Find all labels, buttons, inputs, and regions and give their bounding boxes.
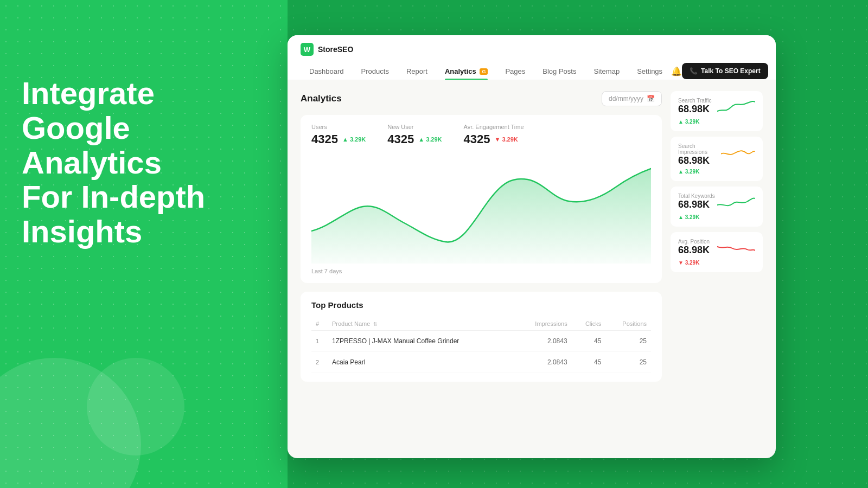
- right-sidebar: Search Traffic 68.98K ▲ 3.29K Search Imp…: [671, 91, 763, 449]
- main-content: Analytics dd/mm/yyyy 📅 Users 4325 ▲ 3.29…: [301, 91, 662, 449]
- col-clicks: Clicks: [572, 317, 606, 331]
- col-impressions: Impressions: [515, 317, 572, 331]
- stat-engagement-value-row: 4325 ▼ 3.29K: [464, 132, 524, 146]
- mini-stat-search-traffic-change: ▲ 3.29K: [678, 119, 755, 125]
- table-section: Top Products # Product Name ⇅ Impression…: [301, 292, 662, 382]
- mini-stat-search-impressions-label: Search Impressions: [678, 143, 721, 155]
- notification-bell[interactable]: 🔔: [671, 62, 682, 80]
- brand-row: W StoreSEO: [301, 43, 763, 56]
- nav-item-blog-posts[interactable]: Blog Posts: [534, 63, 585, 80]
- card-content: Analytics dd/mm/yyyy 📅 Users 4325 ▲ 3.29…: [288, 80, 776, 458]
- row-num: 2: [311, 352, 328, 373]
- nav-row: Dashboard Products Report Analytics G Pa…: [301, 62, 763, 80]
- hero-text: Integrate Google Analytics For In-depth …: [22, 76, 205, 249]
- nav-item-products[interactable]: Products: [353, 63, 398, 80]
- row-clicks: 45: [572, 331, 606, 352]
- row-impressions: 2.0843: [515, 352, 572, 373]
- mini-stat-avg-position-label: Avg. Position: [678, 239, 710, 245]
- stats-card: Users 4325 ▲ 3.29K New User 4325 ▲ 3.29K: [301, 115, 662, 283]
- mini-stat-total-keywords: Total Keywords 68.98K ▲ 3.29K: [671, 187, 763, 227]
- row-impressions: 2.0843: [515, 331, 572, 352]
- analytics-badge: G: [480, 68, 488, 75]
- mini-stat-search-impressions-header: Search Impressions 68.98K: [678, 143, 755, 166]
- mini-stat-search-impressions-change: ▲ 3.29K: [678, 169, 755, 175]
- mini-stat-search-traffic: Search Traffic 68.98K ▲ 3.29K: [671, 91, 763, 131]
- nav-item-analytics[interactable]: Analytics G: [436, 63, 496, 80]
- row-product-name: 1ZPRESSO | J-MAX Manual Coffee Grinder: [328, 331, 515, 352]
- stat-engagement-label: Avr. Engagement Time: [464, 124, 524, 130]
- chart-area-fill: [311, 169, 651, 264]
- row-product-name: Acaia Pearl: [328, 352, 515, 373]
- chart-footer: Last 7 days: [311, 268, 651, 274]
- mini-stat-search-traffic-header: Search Traffic 68.98K: [678, 98, 755, 117]
- col-product-name[interactable]: Product Name ⇅: [328, 317, 515, 331]
- mini-chart-total-keywords: [717, 193, 755, 212]
- stat-new-user-change: ▲ 3.29K: [418, 136, 442, 143]
- col-num: #: [311, 317, 328, 331]
- hero-line-4: For In-depth: [22, 179, 205, 214]
- brand-name: StoreSEO: [318, 45, 353, 54]
- stat-users-value: 4325: [311, 132, 338, 146]
- row-positions: 25: [605, 352, 651, 373]
- table-row: 1 1ZPRESSO | J-MAX Manual Coffee Grinder…: [311, 331, 651, 352]
- hero-line-1: Integrate: [22, 76, 205, 111]
- stat-engagement: Avr. Engagement Time 4325 ▼ 3.29K: [464, 124, 524, 146]
- mini-chart-avg-position: [717, 239, 755, 258]
- date-placeholder: dd/mm/yyyy: [609, 95, 643, 102]
- mini-stat-avg-position-header: Avg. Position 68.98K: [678, 239, 755, 258]
- chart-svg: [311, 155, 651, 264]
- stats-row: Users 4325 ▲ 3.29K New User 4325 ▲ 3.29K: [311, 124, 651, 146]
- products-table: # Product Name ⇅ Impressions Clicks Posi…: [311, 317, 651, 373]
- row-clicks: 45: [572, 352, 606, 373]
- stat-engagement-change: ▼ 3.29K: [494, 136, 518, 143]
- main-card: W StoreSEO Dashboard Products Report Ana…: [288, 35, 776, 458]
- stat-new-user: New User 4325 ▲ 3.29K: [387, 124, 442, 146]
- row-positions: 25: [605, 331, 651, 352]
- col-positions: Positions: [605, 317, 651, 331]
- circle-decoration-2: [87, 358, 184, 455]
- mini-stat-search-impressions: Search Impressions 68.98K ▲ 3.29K: [671, 137, 763, 181]
- table-title: Top Products: [311, 300, 651, 310]
- stat-users: Users 4325 ▲ 3.29K: [311, 124, 366, 146]
- stat-engagement-value: 4325: [464, 132, 490, 146]
- analytics-title: Analytics: [301, 93, 342, 104]
- talk-to-seo-expert-button[interactable]: 📞 Talk To SEO Expert: [682, 63, 768, 79]
- hero-line-3: Analytics: [22, 145, 205, 180]
- mini-stat-avg-position: Avg. Position 68.98K ▼ 3.29K: [671, 232, 763, 272]
- date-picker[interactable]: dd/mm/yyyy 📅: [602, 91, 662, 106]
- mini-stat-search-impressions-value: 68.98K: [678, 155, 721, 166]
- nav-item-report[interactable]: Report: [398, 63, 436, 80]
- mini-stat-total-keywords-header: Total Keywords 68.98K: [678, 193, 755, 212]
- phone-icon: 📞: [690, 67, 698, 75]
- stat-new-user-label: New User: [387, 124, 442, 130]
- mini-stat-search-traffic-label: Search Traffic: [678, 98, 712, 104]
- row-num: 1: [311, 331, 328, 352]
- mini-chart-search-impressions: [721, 143, 755, 162]
- mini-stat-total-keywords-value: 68.98K: [678, 199, 715, 210]
- stat-new-user-value-row: 4325 ▲ 3.29K: [387, 132, 442, 146]
- calendar-icon: 📅: [647, 95, 655, 102]
- talk-btn-label: Talk To SEO Expert: [701, 67, 761, 75]
- mini-stat-total-keywords-label: Total Keywords: [678, 193, 715, 199]
- nav-item-settings[interactable]: Settings: [628, 63, 671, 80]
- stat-users-label: Users: [311, 124, 366, 130]
- table-row: 2 Acaia Pearl 2.0843 45 25: [311, 352, 651, 373]
- mini-stat-search-traffic-value: 68.98K: [678, 104, 712, 115]
- hero-line-5: Insights: [22, 214, 205, 249]
- stat-users-change: ▲ 3.29K: [342, 136, 366, 143]
- nav-item-pages[interactable]: Pages: [496, 63, 534, 80]
- card-header: W StoreSEO Dashboard Products Report Ana…: [288, 35, 776, 80]
- mini-stat-avg-position-value: 68.98K: [678, 245, 710, 256]
- stat-new-user-value: 4325: [387, 132, 414, 146]
- mini-chart-search-traffic: [717, 98, 755, 117]
- analytics-header: Analytics dd/mm/yyyy 📅: [301, 91, 662, 106]
- main-chart: [311, 155, 651, 264]
- mini-stat-total-keywords-change: ▲ 3.29K: [678, 214, 755, 220]
- mini-stat-avg-position-change: ▼ 3.29K: [678, 260, 755, 266]
- brand-logo: W: [301, 43, 314, 56]
- hero-line-2: Google: [22, 111, 205, 145]
- nav-item-dashboard[interactable]: Dashboard: [301, 63, 353, 80]
- sort-icon: ⇅: [373, 322, 378, 327]
- nav-item-sitemap[interactable]: Sitemap: [585, 63, 628, 80]
- stat-users-value-row: 4325 ▲ 3.29K: [311, 132, 366, 146]
